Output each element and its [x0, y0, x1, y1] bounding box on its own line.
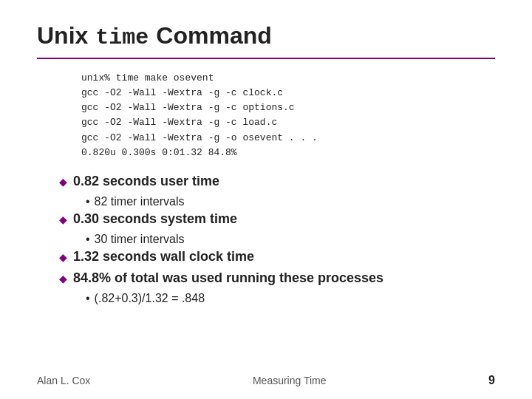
footer-page: 9: [488, 374, 495, 387]
main-bullet-list: 0.82 seconds user time 82 timer interval…: [59, 174, 495, 305]
slide: Unix time Command unix% time make oseven…: [0, 0, 532, 399]
sub-bullet-calc: (.82+0.3)/1.32 = .848: [86, 292, 495, 305]
title-time-code: time: [95, 25, 149, 50]
code-line-1: unix% time make osevent: [81, 71, 495, 86]
bullet-total: 84.8% of total was used running these pr…: [59, 270, 495, 286]
bullet-user-time-text: 0.82 seconds user time: [73, 174, 219, 189]
sub-bullet-system-time: 30 timer intervals: [86, 233, 495, 246]
sub-bullet-30: 30 timer intervals: [86, 233, 495, 246]
title-divider: [37, 58, 495, 59]
bullet-wall-clock: 1.32 seconds wall clock time: [59, 249, 495, 265]
bullet-system-time: 0.30 seconds system time: [59, 211, 495, 227]
code-line-2: gcc -O2 -Wall -Wextra -g -c clock.c: [81, 86, 495, 100]
title-area: Unix time Command: [37, 22, 495, 50]
bullet-total-text: 84.8% of total was used running these pr…: [73, 270, 383, 286]
code-line-6: 0.820u 0.300s 0:01.32 84.8%: [81, 146, 495, 160]
sub-bullet-82-text: 82 timer intervals: [95, 195, 185, 208]
code-line-4: gcc -O2 -Wall -Wextra -g -c load.c: [81, 115, 495, 130]
sub-bullet-total: (.82+0.3)/1.32 = .848: [86, 292, 495, 305]
title-command: Command: [156, 22, 271, 50]
sub-bullet-82: 82 timer intervals: [86, 195, 495, 208]
sub-bullet-30-text: 30 timer intervals: [95, 233, 185, 246]
sub-bullet-calc-text: (.82+0.3)/1.32 = .848: [95, 292, 205, 305]
footer: Alan L. Cox Measuring Time 9: [37, 374, 495, 387]
sub-bullet-user-time: 82 timer intervals: [86, 195, 495, 208]
title-unix: Unix: [37, 22, 88, 50]
bullet-system-time-text: 0.30 seconds system time: [73, 211, 237, 227]
code-line-5: gcc -O2 -Wall -Wextra -g -o osevent . . …: [81, 131, 495, 146]
footer-title: Measuring Time: [253, 375, 327, 386]
bullet-wall-clock-text: 1.32 seconds wall clock time: [73, 249, 254, 265]
footer-author: Alan L. Cox: [37, 375, 90, 386]
code-line-3: gcc -O2 -Wall -Wextra -g -c options.c: [81, 100, 495, 115]
code-block: unix% time make osevent gcc -O2 -Wall -W…: [81, 71, 495, 160]
bullet-user-time: 0.82 seconds user time: [59, 174, 495, 189]
